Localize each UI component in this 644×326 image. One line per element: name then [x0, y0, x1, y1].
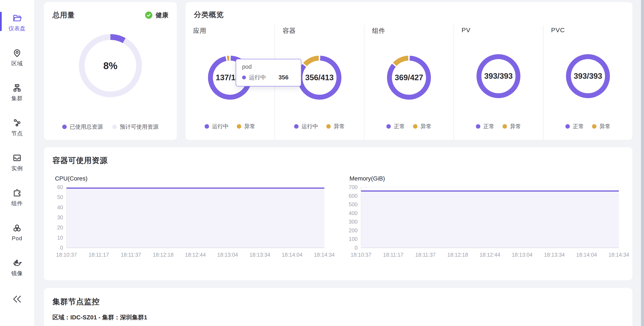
- svg-text:18:12:44: 18:12:44: [480, 252, 500, 258]
- svg-text:18:11:17: 18:11:17: [383, 252, 404, 258]
- legend-dot-icon: [565, 124, 570, 129]
- svg-text:20: 20: [57, 224, 63, 230]
- memory-chart-title: Memory(GiB): [350, 175, 624, 182]
- svg-text:18:13:04: 18:13:04: [512, 252, 532, 258]
- pvc-donut-chart[interactable]: 393/393: [566, 54, 610, 98]
- svg-text:300: 300: [349, 219, 358, 225]
- legend-dot-icon: [294, 124, 298, 129]
- page-scrollbar[interactable]: [641, 0, 644, 326]
- top-row: 总用量 健康 8% 已使用总资源 预计可使用资源 分类概览 应用137/: [44, 2, 632, 140]
- health-status-badge: 健康: [145, 11, 168, 20]
- cluster-topology-icon: [12, 83, 22, 93]
- pv-donut-chart[interactable]: 393/393: [476, 54, 520, 98]
- pod-tooltip: pod 运行中 356: [236, 59, 301, 86]
- pod-hexagons-icon: [12, 224, 22, 233]
- overview-column-component: 组件369/427 正常 异常: [364, 25, 454, 140]
- sidebar-item-node[interactable]: 节点: [0, 115, 34, 140]
- sidebar-item-pod[interactable]: Pod: [0, 220, 34, 245]
- svg-text:18:13:34: 18:13:34: [250, 252, 270, 258]
- svg-text:30: 30: [57, 214, 63, 220]
- tooltip-series-value: 356: [278, 74, 288, 81]
- cpu-line-chart[interactable]: 605040302010018:10:3718:11:1718:11:3718:…: [52, 185, 330, 260]
- legend-dot-icon: [112, 125, 117, 129]
- sidebar-item-component[interactable]: 组件: [0, 185, 34, 210]
- legend-item[interactable]: 异常: [326, 123, 345, 130]
- overview-column-title: PVC: [551, 27, 632, 34]
- overview-column-legend: 正常 异常: [364, 110, 454, 130]
- svg-text:18:13:04: 18:13:04: [217, 252, 238, 258]
- collapse-sidebar-button[interactable]: [12, 295, 22, 303]
- svg-text:18:14:34: 18:14:34: [314, 252, 334, 258]
- sidebar-item-image[interactable]: 镜像: [0, 255, 34, 280]
- donut-center-label: 393/393: [476, 54, 520, 98]
- cpu-chart-title: CPU(Cores): [55, 175, 330, 182]
- legend-dot-icon: [413, 124, 418, 129]
- legend-item[interactable]: 预计可使用资源: [112, 123, 158, 130]
- svg-text:18:12:18: 18:12:18: [447, 252, 468, 258]
- sidebar-item-instance[interactable]: 实例: [0, 150, 34, 175]
- sidebar-item-label: 区域: [11, 60, 23, 67]
- instance-inbox-icon: [12, 153, 22, 162]
- overview-column-title: 容器: [282, 27, 364, 35]
- svg-text:18:14:04: 18:14:04: [282, 252, 302, 258]
- legend-item[interactable]: 正常: [476, 123, 494, 130]
- donut-center-label: 369/427: [387, 56, 431, 100]
- overview-column-legend: 运行中 异常: [275, 110, 364, 130]
- sidebar-item-label: Pod: [12, 235, 22, 242]
- sidebar-item-cluster[interactable]: 集群: [0, 80, 34, 105]
- tooltip-title: pod: [242, 64, 295, 70]
- donut-center-label: 356/413: [298, 56, 342, 100]
- legend-dot-icon: [62, 125, 67, 129]
- legend-dot-icon: [592, 124, 596, 129]
- node-share-icon: [12, 118, 22, 128]
- overview-column-title: 应用: [193, 27, 274, 35]
- svg-text:50: 50: [57, 194, 63, 200]
- svg-text:0: 0: [354, 245, 358, 251]
- category-overview-card: 分类概览 应用137/141 运行中 异常 容器356/413 运行中 异常 组…: [186, 2, 632, 140]
- legend-item[interactable]: 已使用总资源: [62, 123, 103, 130]
- svg-text:600: 600: [349, 193, 358, 199]
- legend-item[interactable]: 异常: [237, 123, 255, 130]
- svg-text:18:10:37: 18:10:37: [350, 252, 371, 258]
- sidebar-item-label: 镜像: [11, 270, 23, 277]
- svg-text:18:12:44: 18:12:44: [185, 252, 206, 258]
- cluster-node-monitor-card: 集群节点监控 区域：IDC-SZ01 - 集群：深圳集群1: [44, 288, 632, 326]
- resources-card-title: 容器可使用资源: [52, 155, 624, 166]
- svg-text:18:11:17: 18:11:17: [89, 252, 109, 258]
- sidebar-item-region[interactable]: 区域: [0, 45, 34, 70]
- health-status-label: 健康: [156, 11, 168, 20]
- container-donut-chart[interactable]: 356/413: [298, 56, 342, 100]
- legend-item[interactable]: 异常: [413, 123, 432, 130]
- legend-dot-icon: [237, 124, 241, 129]
- overview-card-title: 分类概览: [194, 10, 632, 20]
- main-content: 总用量 健康 8% 已使用总资源 预计可使用资源 分类概览 应用137/: [34, 0, 641, 326]
- legend-item[interactable]: 正常: [565, 123, 584, 130]
- sidebar-item-dashboard[interactable]: 仪表盘: [0, 10, 34, 35]
- usage-percent-label: 8%: [79, 34, 142, 97]
- legend-item[interactable]: 正常: [386, 123, 405, 130]
- svg-text:18:11:37: 18:11:37: [415, 252, 436, 258]
- sidebar-item-label: 组件: [11, 200, 23, 207]
- legend-dot-icon: [386, 124, 391, 129]
- usage-card-title: 总用量: [52, 10, 75, 20]
- cluster-card-title: 集群节点监控: [52, 296, 624, 307]
- component-puzzle-icon: [12, 188, 22, 198]
- legend-item[interactable]: 异常: [592, 123, 610, 130]
- svg-text:18:13:34: 18:13:34: [544, 252, 565, 258]
- donut-center-label: 393/393: [566, 54, 610, 98]
- svg-text:18:11:37: 18:11:37: [121, 252, 141, 258]
- sidebar-item-label: 节点: [11, 130, 23, 137]
- legend-item[interactable]: 异常: [502, 123, 521, 130]
- memory-line-chart[interactable]: 700600500400300200100018:10:3718:11:1718…: [347, 185, 624, 260]
- svg-text:400: 400: [349, 210, 358, 216]
- total-usage-donut-chart[interactable]: 8%: [79, 34, 142, 97]
- legend-item[interactable]: 运行中: [204, 123, 229, 130]
- sidebar-item-label: 集群: [11, 95, 23, 102]
- component-donut-chart[interactable]: 369/427: [387, 56, 431, 100]
- legend-item[interactable]: 运行中: [294, 123, 318, 130]
- sidebar: 仪表盘区域集群节点实例组件Pod镜像: [0, 0, 34, 326]
- overview-column-pv: PV393/393 正常 异常: [454, 25, 543, 140]
- overview-column-title: 组件: [372, 27, 454, 35]
- docker-whale-icon: [12, 258, 22, 268]
- overview-column-legend: 正常 异常: [544, 110, 632, 130]
